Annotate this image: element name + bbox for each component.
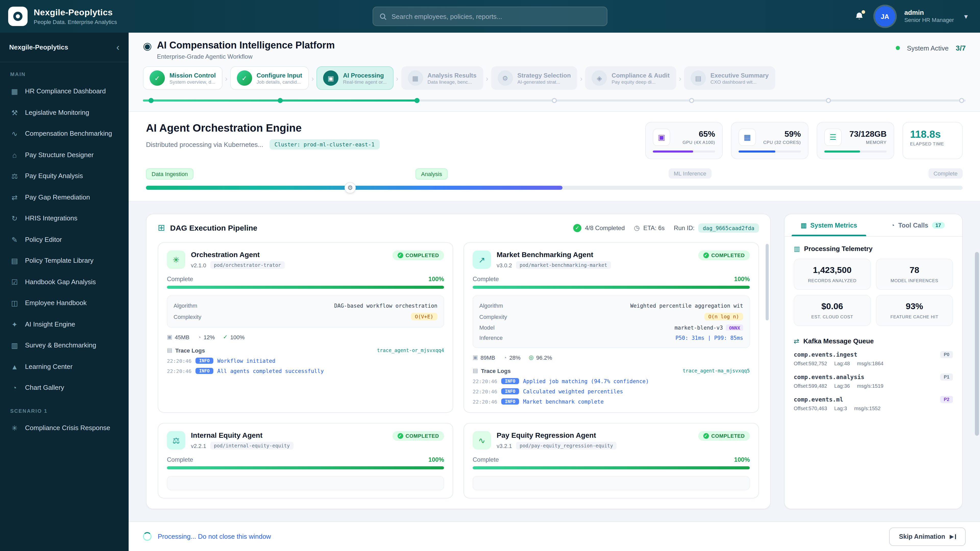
sidebar-title: Nexgile-Peoplytics [9, 43, 68, 51]
agent-pod: pod/internal-equity-equity [210, 442, 293, 449]
agent-name: Internal Equity Agent [191, 431, 293, 439]
check-icon: ✓ [397, 433, 403, 439]
sidebar-item-learning-center[interactable]: ▲ Learning Center [0, 356, 129, 378]
agent-pod: pod/orchestrator-trator [210, 261, 285, 269]
skip-animation-button[interactable]: Skip Animation ▶ [889, 527, 966, 546]
user-menu-chevron-icon[interactable]: ▾ [964, 12, 968, 21]
user-name: admin [904, 9, 954, 17]
step-configure-input[interactable]: ✓ Configure Input Job details, candid... [230, 66, 309, 90]
step-strategy-selection[interactable]: ⚙ Strategy Selection AI-generated strat.… [491, 66, 577, 90]
stat-value: 78 [880, 265, 948, 275]
onnx-badge: ONNX [726, 324, 743, 330]
accuracy-icon: ◎ [529, 354, 534, 361]
phase-complete: Complete [928, 168, 963, 179]
book-check-icon: ☑ [10, 278, 19, 287]
dag-scrollbar-thumb[interactable] [765, 244, 769, 321]
search-input[interactable] [391, 13, 601, 20]
sidebar-item-ai-insight-engine[interactable]: ✦ AI Insight Engine [0, 314, 129, 335]
timeline-dot [959, 98, 964, 103]
sidebar-item-policy-template-library[interactable]: ▤ Policy Template Library [0, 251, 129, 272]
cpu-value: 59% [761, 130, 801, 139]
step-subtitle: AI-generated strat... [517, 79, 571, 84]
gpu-metric-card: ▣ 65% GPU (4X A100) [645, 122, 723, 159]
notifications-bell-icon[interactable] [853, 10, 865, 22]
topic-offset: Offset:570,463 [794, 406, 827, 411]
sidebar-item-survey-benchmarking[interactable]: ▥ Survey & Benchmarking [0, 335, 129, 356]
stat-value: 1,423,500 [798, 265, 866, 275]
step-compliance-audit[interactable]: ◈ Compliance & Audit Pay equity deep di.… [585, 66, 676, 90]
sidebar-section-scenario: SCENARIO 1 [0, 399, 129, 418]
tab-tool-calls[interactable]: ◔ Tool Calls 17 [873, 214, 962, 236]
kafka-topic-ingest: comp.events.ingest P0 Offset:592,752 Lag… [794, 351, 953, 366]
progress-label: Complete [473, 456, 499, 463]
sidebar-item-hris-integrations[interactable]: ↻ HRIS Integrations [0, 208, 129, 229]
sidebar-item-label: Policy Editor [25, 235, 62, 244]
status-badge: ✓ COMPLETED [392, 251, 444, 260]
sparkle-icon: ✦ [10, 320, 19, 329]
sidebar-item-employee-handbook[interactable]: ◫ Employee Handbook [0, 293, 129, 314]
step-mission-control[interactable]: ✓ Mission Control System overview, d... [143, 66, 222, 90]
tab-system-metrics[interactable]: ▥ System Metrics [784, 214, 873, 236]
topic-name: comp.events.analysis [794, 373, 864, 381]
agent-version: v3.0.2 [496, 262, 512, 268]
app-root: Nexgile-Peoplytics People Data. Enterpri… [0, 0, 980, 551]
sidebar-collapse-icon[interactable]: ‹ [116, 43, 119, 52]
run-id-label: Run ID: [674, 224, 694, 231]
detail-value: Weighted percentile aggregation wit [630, 303, 743, 309]
memory-chip-icon: ▣ [167, 333, 172, 340]
global-search[interactable] [372, 6, 608, 26]
sidebar-item-label: Chart Gallery [25, 384, 64, 392]
topic-name: comp.events.ml [794, 396, 843, 403]
log-message: Applied job matching (94.7% confidence) [523, 378, 649, 384]
stat-value: 96.2% [536, 354, 552, 360]
page-scrollbar-thumb[interactable] [975, 252, 979, 436]
step-ai-processing[interactable]: ▣ AI Processing Real-time agent or... [317, 66, 393, 90]
check-icon: ✓ [223, 333, 228, 340]
progress-value: 100% [734, 456, 750, 463]
sidebar-item-policy-editor[interactable]: ✎ Policy Editor [0, 229, 129, 251]
sidebar-item-handbook-gap-analysis[interactable]: ☑ Handbook Gap Analysis [0, 272, 129, 293]
cpu-metric-card: ▦ 59% CPU (32 CORES) [731, 122, 808, 159]
step-subtitle: Job details, candid... [256, 79, 302, 84]
check-icon: ✓ [237, 70, 252, 86]
sidebar-item-legislative-monitoring[interactable]: ⚒ Legislative Monitoring [0, 102, 129, 124]
sidebar-item-compliance-crisis-response[interactable]: ✳ Compliance Crisis Response [0, 418, 129, 439]
step-executive-summary[interactable]: ▤ Executive Summary CXO dashboard wit... [684, 66, 775, 90]
sidebar-item-pay-structure-designer[interactable]: ⌂ Pay Structure Designer [0, 144, 129, 166]
step-analysis-results[interactable]: ▦ Analysis Results Data lineage, benc... [401, 66, 483, 90]
chevron-right-icon: › [396, 74, 398, 83]
step-count: 3/7 [956, 44, 966, 52]
search-icon [379, 13, 387, 20]
shield-icon: ◈ [592, 70, 607, 86]
log-line: 22:20:46 INFO Calculated weighted percen… [473, 388, 750, 394]
pipeline-icon: ⊞ [158, 222, 165, 233]
cpu-label: CPU (32 CORES) [761, 140, 801, 145]
avatar[interactable]: JA [875, 6, 895, 27]
sidebar-item-pay-equity-analysis[interactable]: ⚖ Pay Equity Analysis [0, 166, 129, 187]
agent-name: Market Benchmarking Agent [496, 251, 611, 259]
agent-card-market-benchmarking: ↗ Market Benchmarking Agent v3.0.2 pod/m… [463, 242, 759, 413]
sidebar-item-pay-gap-remediation[interactable]: ⇄ Pay Gap Remediation [0, 187, 129, 208]
stat-cloud-cost: $0.06 EST. CLOUD COST [794, 295, 871, 326]
topic-rate: msg/s:1864 [857, 361, 883, 366]
scales-icon: ⚖ [10, 172, 19, 181]
detail-key: Inference [479, 335, 503, 341]
log-message: Workflow initiated [217, 358, 275, 364]
detail-value: P50: 31ms | P99: 85ms [675, 335, 743, 341]
sidebar-item-label: Pay Structure Designer [25, 151, 94, 159]
sidebar-item-hr-compliance-dashboard[interactable]: ▦ HR Compliance Dashboard [0, 81, 129, 102]
phase-ml-inference: ML Inference [669, 168, 711, 179]
page-subtitle: Enterprise-Grade Agentic Workflow [157, 53, 335, 60]
elapsed-time-card: 118.8s ELAPSED TIME [902, 122, 963, 159]
topic-lag: Lag:48 [834, 361, 850, 366]
bar-chart-icon: ▥ [800, 221, 807, 229]
sidebar-item-chart-gallery[interactable]: ◔ Chart Gallery [0, 378, 129, 399]
step-subtitle: Data lineage, benc... [428, 79, 476, 84]
log-line: 22:20:46 INFO Applied job matching (94.7… [473, 378, 750, 384]
sidebar-item-compensation-benchmarking[interactable]: ∿ Compensation Benchmarking [0, 124, 129, 144]
log-level-badge: INFO [501, 378, 519, 384]
phase-labels: Data Ingestion Analysis ML Inference Com… [146, 168, 963, 181]
stat-value: 28% [509, 354, 520, 360]
status-badge: ✓ COMPLETED [698, 431, 750, 441]
stat-value: 89MB [480, 354, 495, 360]
